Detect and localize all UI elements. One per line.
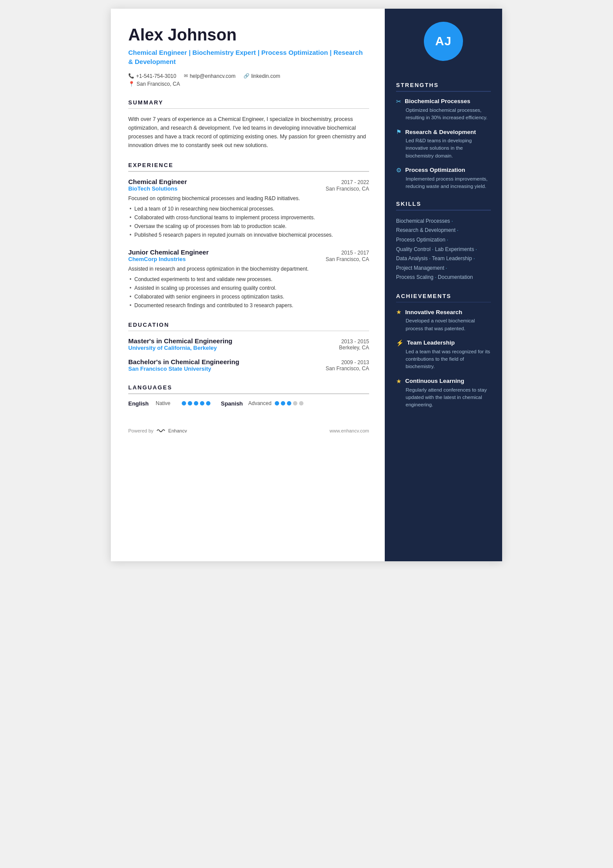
lang-spanish: Spanish Advanced: [221, 400, 303, 407]
phone-icon: 📞: [128, 73, 134, 79]
achievement-desc-1: Developed a novel biochemical process th…: [396, 317, 491, 332]
header: Alex Johnson Chemical Engineer | Biochem…: [128, 26, 369, 87]
strength-name-3: Process Optimization: [405, 167, 465, 173]
dot: [275, 401, 279, 406]
skill-item: Lab Experiments: [435, 246, 474, 252]
right-column: AJ STRENGTHS ✂ Biochemical Processes Opt…: [385, 9, 502, 561]
achievement-name-3: Continuous Learning: [405, 378, 464, 384]
strength-desc-2: Led R&D teams in developing innovative s…: [396, 137, 491, 160]
email-text: help@enhancv.com: [190, 73, 235, 79]
summary-text: With over 7 years of experience as a Che…: [128, 115, 369, 150]
strength-desc-3: Implemented process improvements, reduci…: [396, 175, 491, 191]
exp-date-2: 2015 - 2017: [341, 250, 369, 256]
achievement-desc-3: Regularly attend conferences to stay upd…: [396, 386, 491, 409]
strength-item-1: ✂ Biochemical Processes Optimized bioche…: [396, 98, 491, 122]
linkedin-text: linkedin.com: [251, 73, 280, 79]
dot: [281, 401, 285, 406]
skill-item: Project Management: [396, 265, 444, 271]
edu-date-1: 2013 - 2015: [341, 338, 369, 345]
dot: [299, 401, 303, 406]
bullet-item: Collaborated with cross-functional teams…: [128, 214, 369, 221]
education-title: EDUCATION: [128, 322, 369, 328]
left-column: Alex Johnson Chemical Engineer | Biochem…: [111, 9, 385, 561]
edu-location-1: Berkeley, CA: [339, 345, 369, 351]
edu-location-2: San Francisco, CA: [326, 365, 369, 372]
strength-name-2: Research & Development: [405, 129, 476, 135]
skills-divider: [396, 210, 491, 211]
lang-name-english: English: [128, 400, 152, 407]
bullet-item: Documented research findings and contrib…: [128, 302, 369, 309]
flag-icon: ⚑: [396, 128, 402, 135]
languages-title: LANGUAGES: [128, 384, 369, 391]
linkedin-contact: 🔗 linkedin.com: [243, 73, 280, 79]
strength-header-2: ⚑ Research & Development: [396, 128, 491, 135]
achievement-name-2: Team Leadership: [407, 339, 455, 346]
lang-name-spanish: Spanish: [221, 400, 245, 407]
strengths-divider: [396, 91, 491, 92]
powered-label: Powered by: [128, 428, 153, 433]
lang-level-spanish: Advanced: [248, 400, 271, 406]
exp-company-row-1: BioTech Solutions San Francisco, CA: [128, 185, 369, 192]
achievements-section: ACHIEVEMENTS ★ Innovative Research Devel…: [396, 293, 491, 409]
bullet-item: Led a team of 10 in researching new bioc…: [128, 205, 369, 213]
achievement-header-3: ★ Continuous Learning: [396, 378, 491, 385]
summary-section: SUMMARY With over 7 years of experience …: [128, 99, 369, 150]
languages-section: LANGUAGES English Native Spanish: [128, 384, 369, 407]
lang-dots-english: [182, 401, 210, 406]
location-text: San Francisco, CA: [137, 81, 180, 87]
dot: [206, 401, 210, 406]
strength-item-2: ⚑ Research & Development Led R&D teams i…: [396, 128, 491, 160]
footer-powered: Powered by Enhancv: [128, 428, 187, 434]
achievement-name-1: Innovative Research: [405, 309, 462, 315]
exp-bullets-1: Led a team of 10 in researching new bioc…: [128, 205, 369, 239]
location-row: 📍 San Francisco, CA: [128, 81, 369, 87]
bullet-item: Oversaw the scaling up of processes from…: [128, 222, 369, 230]
star-icon: ★: [396, 378, 402, 385]
enhancv-logo-icon: [156, 428, 166, 434]
bullet-item: Assisted in scaling up processes and ens…: [128, 284, 369, 292]
skill-item: Research & Development: [396, 227, 456, 233]
edu-school-row-2: San Francisco State University San Franc…: [128, 365, 369, 372]
skill-item: Team Leadership: [432, 255, 472, 261]
phone-text: +1-541-754-3010: [136, 73, 176, 79]
education-divider: [128, 331, 369, 332]
experience-entry-2: Junior Chemical Engineer 2015 - 2017 Che…: [128, 248, 369, 309]
strength-header-1: ✂ Biochemical Processes: [396, 98, 491, 105]
languages-divider: [128, 393, 369, 394]
candidate-name: Alex Johnson: [128, 26, 369, 44]
exp-job-title-2: Junior Chemical Engineer: [128, 248, 209, 256]
bullet-item: Published 5 research papers in reputed j…: [128, 231, 369, 239]
lang-english: English Native: [128, 400, 210, 407]
edu-school-1: University of California, Berkeley: [128, 345, 217, 351]
lang-dots-spanish: [275, 401, 303, 406]
edu-date-2: 2009 - 2013: [341, 359, 369, 365]
dot: [293, 401, 297, 406]
edu-header-1: Master's in Chemical Engineering 2013 - …: [128, 337, 369, 345]
strength-name-1: Biochemical Processes: [405, 98, 470, 104]
education-section: EDUCATION Master's in Chemical Engineeri…: [128, 322, 369, 372]
bullet-item: Collaborated with senior engineers in pr…: [128, 293, 369, 301]
skill-item: Quality Control: [396, 246, 430, 252]
brand-name: Enhancv: [168, 428, 187, 433]
dot: [200, 401, 204, 406]
edu-degree-1: Master's in Chemical Engineering: [128, 337, 232, 345]
achievement-item-2: ⚡ Team Leadership Led a team that was re…: [396, 339, 491, 371]
skill-item: Process Optimization: [396, 237, 445, 243]
dot: [188, 401, 192, 406]
achievements-divider: [396, 302, 491, 303]
experience-divider: [128, 171, 369, 172]
strength-desc-1: Optimized biochemical processes, resulti…: [396, 107, 491, 122]
edu-degree-2: Bachelor's in Chemical Engineering: [128, 358, 239, 365]
exp-header-2: Junior Chemical Engineer 2015 - 2017: [128, 248, 369, 256]
gear-icon: ⚙: [396, 167, 402, 174]
summary-title: SUMMARY: [128, 99, 369, 106]
achievement-item-3: ★ Continuous Learning Regularly attend c…: [396, 378, 491, 409]
strength-item-3: ⚙ Process Optimization Implemented proce…: [396, 167, 491, 191]
lang-level-english: Native: [156, 400, 178, 406]
dot: [194, 401, 198, 406]
exp-location-2: San Francisco, CA: [326, 256, 369, 262]
experience-section: EXPERIENCE Chemical Engineer 2017 - 2022…: [128, 162, 369, 309]
dot: [287, 401, 291, 406]
education-entry-1: Master's in Chemical Engineering 2013 - …: [128, 337, 369, 351]
achievement-header-1: ★ Innovative Research: [396, 308, 491, 315]
